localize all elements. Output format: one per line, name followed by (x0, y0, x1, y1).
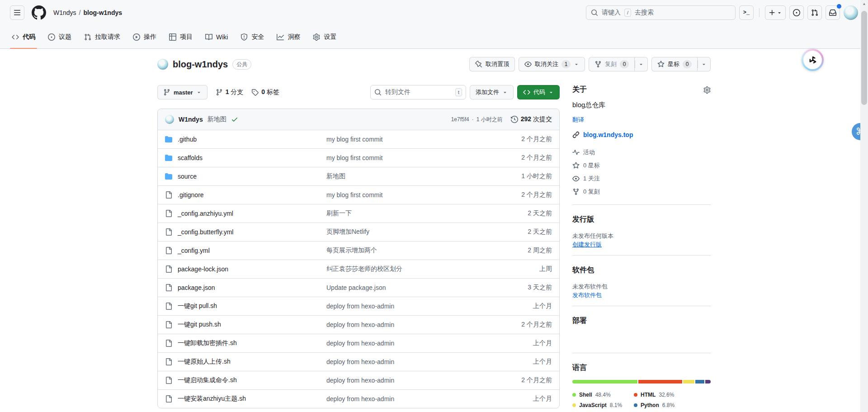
user-avatar[interactable] (844, 5, 858, 20)
browser-scrollbar[interactable]: ▲ (860, 0, 868, 412)
repo-nav-tab[interactable]: 代码 (5, 25, 42, 48)
your-pull-requests-button[interactable] (807, 5, 822, 20)
file-name-link[interactable]: _config.yml (178, 247, 210, 254)
file-name-link[interactable]: 一键git pull.sh (178, 302, 217, 310)
publish-package-link[interactable]: 发布软件包 (572, 292, 602, 298)
repo-nav-tab[interactable]: Wiki (199, 25, 234, 48)
breadcrumb-repo[interactable]: blog-w1ndys (83, 9, 122, 16)
file-commit-message-link[interactable]: 刷新一下 (326, 209, 493, 218)
file-commit-message-link[interactable]: deploy from hexo-admin (326, 358, 493, 365)
about-meta-item[interactable]: 0 星标 (572, 159, 711, 172)
language-legend-item[interactable]: Shell 48.4% (572, 392, 622, 398)
file-commit-message-link[interactable]: Update package.json (326, 284, 493, 291)
file-name-link[interactable]: 一键git push.sh (178, 321, 221, 329)
tags-link[interactable]: 0 标签 (251, 88, 279, 96)
language-legend-item[interactable]: HTML 32.6% (634, 392, 675, 398)
scrollbar-up-arrow[interactable]: ▲ (860, 0, 868, 7)
file-commit-message-link[interactable]: deploy from hexo-admin (326, 395, 493, 403)
add-file-button[interactable]: 添加文件 (470, 85, 514, 99)
about-meta-item[interactable]: 0 复刻 (572, 185, 711, 198)
your-issues-button[interactable] (789, 5, 804, 20)
repo-owner-avatar[interactable] (157, 59, 168, 70)
repo-nav-tab[interactable]: 设置 (307, 25, 343, 48)
file-name-link[interactable]: _config.anzhiyu.yml (178, 210, 233, 217)
repo-nav-tab[interactable]: 安全 (234, 25, 270, 48)
file-commit-message-link[interactable]: deploy from hexo-admin (326, 340, 493, 347)
star-dropdown-button[interactable] (698, 57, 711, 71)
repo-nav-tab[interactable]: 操作 (127, 25, 163, 48)
file-commit-message-link[interactable]: my blog first commit (326, 136, 493, 143)
repo-nav-tab[interactable]: 项目 (163, 25, 199, 48)
repo-website-link[interactable]: blog.w1ndys.top (583, 131, 633, 138)
commit-sha[interactable]: 1e7f5f4 (451, 116, 469, 123)
commit-time[interactable]: 1 小时之前 (476, 116, 503, 123)
file-name-link[interactable]: _config.butterfly.yml (178, 228, 233, 236)
commit-author-avatar[interactable] (165, 115, 174, 124)
command-palette-button[interactable]: >_ (739, 5, 754, 20)
file-commit-message-link[interactable]: deploy from hexo-admin (326, 321, 493, 328)
file-commit-message-link[interactable]: 每页展示增加两个 (326, 246, 493, 255)
tab-label: 项目 (180, 33, 193, 41)
file-commit-date: 上个月 (493, 395, 552, 403)
file-name-link[interactable]: package-lock.json (178, 265, 228, 273)
language-legend-item[interactable]: Python 6.8% (634, 402, 675, 408)
file-commit-message-link[interactable]: 新地图 (326, 172, 493, 180)
tab-icon (313, 33, 320, 41)
language-legend-item[interactable]: JavaScript 8.1% (572, 402, 622, 408)
star-button[interactable]: 星标 0 (651, 57, 698, 71)
file-name-link[interactable]: package.json (178, 284, 215, 291)
commit-author[interactable]: W1ndys (179, 116, 203, 123)
commit-status-check-icon[interactable] (231, 116, 238, 123)
file-name-link[interactable]: .github (178, 136, 197, 143)
file-commit-message-link[interactable]: my blog first commit (326, 191, 493, 199)
file-name-link[interactable]: source (178, 173, 197, 180)
file-commit-message-link[interactable]: 纠正袁莎莎老师的校区划分 (326, 265, 493, 273)
commit-message[interactable]: 新地图 (208, 115, 226, 123)
breadcrumb: W1ndys / blog-w1ndys (53, 9, 122, 16)
github-logo[interactable] (32, 5, 46, 20)
file-commit-message-link[interactable]: deploy from hexo-admin (326, 377, 493, 384)
edit-about-gear-button[interactable] (703, 86, 711, 94)
go-to-file-input[interactable]: 转到文件 t (370, 85, 466, 99)
file-name-link[interactable]: 一键安装anzhiyu主题.sh (178, 395, 246, 403)
branch-selector[interactable]: master (157, 85, 208, 99)
file-name-link[interactable]: 一键启动集成命令.sh (178, 376, 237, 384)
file-name-link[interactable]: 一键卸载加密插件.sh (178, 339, 237, 347)
repo-nav-tab[interactable]: 洞察 (270, 25, 307, 48)
global-header: W1ndys / blog-w1ndys 请键入 / 去搜索 >_ (0, 0, 868, 49)
hamburger-menu-button[interactable] (10, 5, 24, 20)
create-new-button[interactable] (765, 5, 786, 20)
branches-link[interactable]: 1 分支 (216, 88, 244, 96)
file-commit-message-link[interactable]: 页脚增加Netlify (326, 228, 493, 236)
translate-link[interactable]: 翻译 (572, 116, 584, 124)
file-name-cell: 一键原始人上传.sh (165, 358, 326, 366)
unpin-button[interactable]: 取消置顶 (469, 57, 515, 71)
pin-icon (475, 61, 482, 68)
about-meta-item[interactable]: 活动 (572, 146, 711, 159)
repo-nav-tab[interactable]: 议题 (42, 25, 78, 48)
fork-button[interactable]: 复刻 0 (589, 57, 635, 71)
file-name-link[interactable]: .gitignore (178, 191, 204, 199)
file-commit-message-link[interactable]: my blog first commit (326, 154, 493, 161)
scrollbar-thumb[interactable] (861, 11, 867, 105)
file-name-cell: 一键启动集成命令.sh (165, 376, 326, 384)
create-release-link[interactable]: 创建发行版 (572, 241, 602, 248)
about-meta-item[interactable]: 1 关注 (572, 172, 711, 185)
repo-title[interactable]: blog-w1ndys (173, 59, 228, 70)
star-icon (657, 61, 665, 68)
repo-nav-tab[interactable]: 拉取请求 (78, 25, 127, 48)
file-commit-message-link[interactable]: deploy from hexo-admin (326, 303, 493, 310)
meta-item-icon (572, 149, 580, 156)
releases-title: 发行版 (572, 215, 711, 224)
extension-floating-widget[interactable] (802, 49, 824, 71)
breadcrumb-owner[interactable]: W1ndys (53, 9, 76, 16)
global-search-input[interactable]: 请键入 / 去搜索 (586, 5, 736, 20)
fork-dropdown-button[interactable] (635, 57, 648, 71)
languages-bar[interactable] (572, 380, 711, 384)
file-name-link[interactable]: scaffolds (178, 154, 203, 161)
file-name-link[interactable]: 一键原始人上传.sh (178, 358, 231, 366)
code-dropdown-button[interactable]: 代码 (517, 85, 560, 99)
unwatch-button[interactable]: 取消关注 1 (519, 57, 585, 71)
commit-history-link[interactable]: 292 次提交 (511, 115, 552, 123)
deployments-title: 部署 (572, 316, 711, 326)
